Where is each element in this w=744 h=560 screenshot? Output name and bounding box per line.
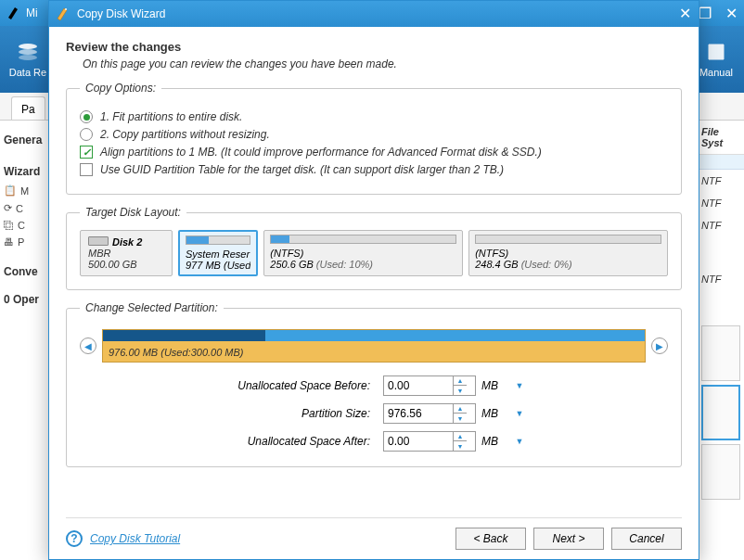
copy-options-legend: Copy Options: (80, 82, 161, 95)
svg-point-0 (19, 44, 37, 49)
help-icon[interactable]: ? (66, 530, 83, 547)
size-spinner[interactable]: ▲▼ (383, 403, 476, 424)
slider-label: 976.00 MB (Used:300.00 MB) (109, 347, 244, 358)
page-heading: Review the changes (66, 40, 682, 54)
size-unit: MB (481, 435, 507, 448)
next-button[interactable]: Next > (533, 528, 604, 550)
copy-options-group: Copy Options: 1. Fit partitions to entir… (66, 82, 682, 195)
spin-down-icon[interactable]: ▼ (454, 414, 467, 423)
radio-copy-no-resize[interactable] (80, 128, 93, 141)
bg-tab[interactable]: Pa (11, 96, 45, 120)
size-input[interactable] (384, 404, 453, 423)
size-row-label: Partition Size: (201, 407, 378, 420)
size-unit: MB (481, 379, 507, 392)
change-partition-group: Change Selected Partition: ◀ 976.00 MB (… (66, 301, 682, 467)
bg-left-item[interactable]: ⟳C (4, 199, 45, 217)
dialog-footer: ? Copy Disk Tutorial < Back Next > Cance… (66, 517, 682, 550)
size-row-label: Unallocated Space After: (201, 435, 378, 448)
bg-right-panel: File Syst NTF NTF NTF NTF (698, 121, 744, 560)
opt-fit-label: 1. Fit partitions to entire disk. (100, 110, 242, 123)
wizard-icon (55, 6, 70, 21)
book-icon (705, 41, 727, 63)
size-input[interactable] (384, 432, 453, 451)
target-disk-info: Disk 2 MBR500.00 GB (80, 230, 173, 276)
spin-up-icon[interactable]: ▲ (454, 404, 467, 414)
cancel-button[interactable]: Cancel (611, 528, 682, 550)
spin-down-icon[interactable]: ▼ (454, 386, 467, 395)
disk-stack-icon (15, 41, 41, 63)
partition-block[interactable]: (NTFS) 250.6 GB (Used: 10%) (263, 230, 463, 276)
opt-noresize-label: 2. Copy partitions without resizing. (100, 128, 270, 141)
partition-size-slider[interactable]: 976.00 MB (Used:300.00 MB) (102, 329, 646, 363)
partition-block[interactable]: System Reser 977 MB (Used (178, 230, 258, 276)
bg-left-panel: Genera Wizard 📋M ⟳C ⿻C 🖶P Conve 0 Oper (0, 121, 48, 560)
disk-icon (88, 236, 109, 246)
tutorial-link[interactable]: Copy Disk Tutorial (90, 532, 180, 545)
unit-dropdown[interactable]: ▼ (513, 379, 526, 392)
opt-guid-label: Use GUID Partition Table for the target … (100, 163, 504, 176)
close-icon[interactable]: ✕ (679, 5, 691, 22)
bg-close-icon[interactable]: ✕ (718, 0, 744, 26)
radio-fit-partitions[interactable] (80, 110, 93, 123)
page-subheading: On this page you can review the changes … (83, 57, 682, 70)
unit-dropdown[interactable]: ▼ (513, 435, 526, 448)
checkbox-align-1mb[interactable] (80, 146, 93, 159)
size-row-label: Unallocated Space Before: (201, 379, 378, 392)
slider-left-button[interactable]: ◀ (80, 337, 96, 354)
unit-dropdown[interactable]: ▼ (513, 407, 526, 420)
size-input[interactable] (384, 376, 453, 395)
bg-partition-box[interactable] (701, 325, 740, 381)
svg-point-3 (65, 8, 67, 10)
bg-left-item[interactable]: 🖶P (4, 234, 45, 250)
copy-disk-wizard-dialog: Copy Disk Wizard ✕ Review the changes On… (48, 0, 699, 560)
size-unit: MB (481, 407, 507, 420)
spin-down-icon[interactable]: ▼ (454, 441, 467, 451)
spin-up-icon[interactable]: ▲ (454, 432, 467, 441)
app-icon (6, 6, 20, 20)
bg-title: Mi (26, 6, 38, 19)
bg-partition-box[interactable] (701, 444, 740, 500)
size-spinner[interactable]: ▲▼ (383, 375, 476, 396)
size-spinner[interactable]: ▲▼ (383, 431, 476, 452)
bg-left-item[interactable]: ⿻C (4, 217, 45, 234)
target-disk-layout-group: Target Disk Layout: Disk 2 MBR500.00 GB … (66, 206, 682, 290)
dialog-titlebar: Copy Disk Wizard ✕ (49, 1, 699, 27)
toolbar-data-recovery[interactable]: Data Re (0, 26, 56, 93)
change-legend: Change Selected Partition: (80, 301, 224, 314)
svg-point-1 (19, 49, 37, 55)
opt-align-label: Align partitions to 1 MB. (It could impr… (100, 146, 542, 159)
back-button[interactable]: < Back (455, 528, 526, 550)
bg-partition-box[interactable] (701, 385, 740, 440)
checkbox-guid-partition[interactable] (80, 163, 93, 176)
svg-point-2 (19, 55, 37, 60)
dialog-title: Copy Disk Wizard (77, 7, 165, 20)
partition-block[interactable]: (NTFS) 248.4 GB (Used: 0%) (468, 230, 668, 276)
bg-left-item[interactable]: 📋M (4, 182, 45, 199)
spin-up-icon[interactable]: ▲ (454, 376, 467, 386)
slider-right-button[interactable]: ▶ (651, 337, 668, 354)
layout-legend: Target Disk Layout: (80, 206, 186, 219)
